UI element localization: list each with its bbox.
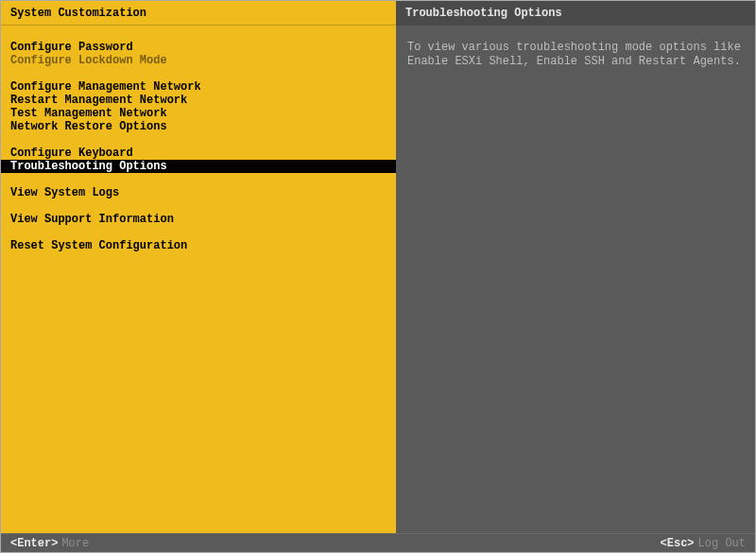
footer-esc-hint: <Esc> Log Out [661,537,746,550]
enter-action-label: More [61,537,89,550]
menu-item-restart-management-network[interactable]: Restart Management Network [1,94,396,107]
menu-item-configure-management-network[interactable]: Configure Management Network [1,80,396,94]
esc-key-label: <Esc> [661,537,695,550]
right-panel-title: Troubleshooting Options [396,1,755,26]
footer: <Enter> More <Esc> Log Out [1,533,755,552]
menu-item-configure-password[interactable]: Configure Password [1,41,396,54]
footer-enter-hint: <Enter> More [10,537,89,550]
menu-item-configure-lockdown-mode[interactable]: Configure Lockdown Mode [1,54,396,67]
menu-group: Reset System Configuration [1,239,396,252]
menu-item-test-management-network[interactable]: Test Management Network [1,107,396,120]
menu-item-troubleshooting-options[interactable]: Troubleshooting Options [1,160,396,173]
esc-action-label: Log Out [698,537,746,550]
right-panel: Troubleshooting Options To view various … [396,1,755,533]
menu-group: Configure Password Configure Lockdown Mo… [1,41,396,67]
menu-item-network-restore-options[interactable]: Network Restore Options [1,120,396,133]
main-area: System Customization Configure Password … [1,1,755,533]
menu-group: View Support Information [1,213,396,226]
menu-item-reset-system-configuration[interactable]: Reset System Configuration [1,239,396,252]
left-panel-body: Configure Password Configure Lockdown Mo… [1,26,396,533]
menu-group: Configure Keyboard Troubleshooting Optio… [1,147,396,173]
enter-key-label: <Enter> [10,537,58,550]
left-panel: System Customization Configure Password … [1,1,396,533]
menu-item-configure-keyboard[interactable]: Configure Keyboard [1,147,396,160]
menu-group: View System Logs [1,186,396,199]
right-panel-body: To view various troubleshooting mode opt… [396,26,755,533]
left-panel-title: System Customization [1,1,396,26]
right-panel-description: To view various troubleshooting mode opt… [407,41,744,69]
menu-item-view-system-logs[interactable]: View System Logs [1,186,396,199]
menu-group: Configure Management Network Restart Man… [1,80,396,133]
menu-item-view-support-information[interactable]: View Support Information [1,213,396,226]
